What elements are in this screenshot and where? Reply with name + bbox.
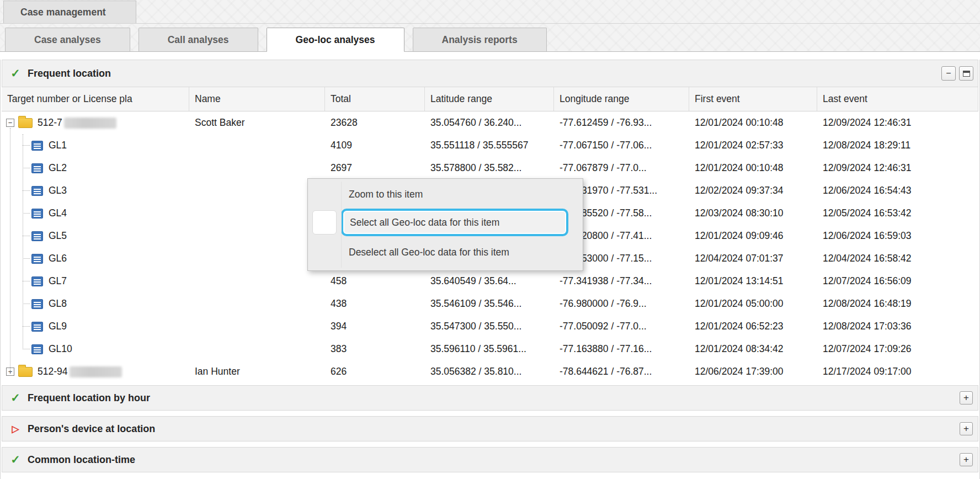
folder-icon bbox=[18, 118, 33, 128]
cell-latitude-range: 35.054760 / 36.240... bbox=[425, 111, 554, 134]
context-menu-item-label: Select all Geo-loc data for this item bbox=[350, 217, 499, 228]
tab-case-analyses[interactable]: Case analyses bbox=[5, 28, 130, 52]
cell-longitude-range: -77.067879 / -77.0... bbox=[554, 157, 689, 179]
tab-label: Call analyses bbox=[168, 34, 229, 46]
geoloc-row[interactable]: GL1 4109 35.551118 / 35.555567 -77.06715… bbox=[2, 134, 978, 157]
column-header-first-event[interactable]: First event bbox=[689, 87, 817, 111]
cell-last-event: 12/09/2024 12:46:31 bbox=[817, 111, 978, 134]
target-row[interactable]: + 512-94 Ian Hunter 626 35.056382 / 35.8… bbox=[2, 360, 978, 383]
geoloc-item-icon bbox=[31, 254, 43, 264]
section-persons-device-at-location[interactable]: Person's device at location bbox=[2, 416, 978, 441]
context-menu-item-label: Deselect all Geo-loc data for this item bbox=[349, 247, 509, 258]
geoloc-row[interactable]: GL7 458 35.640549 / 35.64... -77.341938 … bbox=[2, 270, 978, 292]
geoloc-item-label: GL2 bbox=[49, 162, 67, 174]
section-controls bbox=[960, 391, 973, 405]
top-strip: Case management Case analyses Call analy… bbox=[0, 0, 980, 52]
geoloc-row[interactable]: GL9 394 35.547300 / 35.550... -77.050092… bbox=[2, 315, 978, 338]
tab-call-analyses[interactable]: Call analyses bbox=[139, 28, 258, 52]
cell-total: 383 bbox=[325, 338, 425, 360]
restore-window-icon bbox=[963, 71, 970, 77]
section-frequent-location[interactable]: Frequent location bbox=[2, 60, 978, 87]
context-menu-item[interactable]: Deselect all Geo-loc data for this item bbox=[308, 238, 583, 266]
cell-total: 2697 bbox=[325, 157, 425, 179]
cell-total: 4109 bbox=[325, 134, 425, 157]
column-header-latitude-range[interactable]: Latitude range bbox=[425, 87, 554, 111]
cell-name bbox=[189, 179, 325, 202]
tab-analysis-reports[interactable]: Analysis reports bbox=[413, 28, 547, 52]
column-header-total[interactable]: Total bbox=[325, 87, 425, 111]
target-row[interactable]: − 512-7 Scott Baker 23628 35.054760 / 36… bbox=[2, 111, 978, 134]
cell-name bbox=[189, 202, 325, 225]
geoloc-item-label: GL7 bbox=[49, 275, 67, 287]
cell-geoloc-item: GL2 bbox=[2, 157, 189, 179]
cell-target-number: − 512-7 bbox=[2, 111, 189, 134]
geoloc-row[interactable]: GL10 383 35.596110 / 35.5961... -77.1638… bbox=[2, 338, 978, 360]
cell-geoloc-item: GL9 bbox=[2, 315, 189, 338]
cell-name bbox=[189, 225, 325, 247]
cell-longitude-range: -77.067150 / -77.06... bbox=[554, 134, 689, 157]
cell-last-event: 12/08/2024 17:03:36 bbox=[817, 315, 978, 338]
column-header-target-number[interactable]: Target number or License pla bbox=[2, 87, 189, 111]
geoloc-row[interactable]: GL2 2697 35.578800 / 35.582... -77.06787… bbox=[2, 157, 978, 179]
section-frequent-location-by-hour[interactable]: Frequent location by hour bbox=[2, 385, 978, 411]
minimize-button[interactable] bbox=[941, 66, 956, 81]
cell-latitude-range: 35.596110 / 35.5961... bbox=[425, 338, 554, 360]
geoloc-item-label: GL10 bbox=[49, 343, 72, 355]
tree-expander-button[interactable]: − bbox=[6, 119, 14, 127]
cell-name bbox=[189, 247, 325, 270]
cell-first-event: 12/01/2024 08:34:42 bbox=[689, 338, 817, 360]
cell-name bbox=[189, 270, 325, 292]
cell-name bbox=[189, 157, 325, 179]
geoloc-item-icon bbox=[31, 231, 43, 241]
geoloc-item-icon bbox=[31, 276, 43, 286]
check-icon bbox=[9, 453, 22, 466]
tab-geo-loc-analyses[interactable]: Geo-loc analyses bbox=[267, 28, 404, 52]
section-controls bbox=[960, 453, 973, 466]
geoloc-item-label: GL8 bbox=[49, 298, 67, 310]
section-common-location-time[interactable]: Common location-time bbox=[2, 447, 978, 472]
cell-latitude-range: 35.546109 / 35.546... bbox=[425, 292, 554, 315]
cell-first-event: 12/01/2024 06:52:23 bbox=[689, 315, 817, 338]
selection-highlight-box: Select all Geo-loc data for this item bbox=[341, 209, 568, 236]
cell-longitude-range: -77.050092 / -77.0... bbox=[554, 315, 689, 338]
check-icon bbox=[9, 67, 22, 80]
section-title: Person's device at location bbox=[28, 423, 155, 435]
cell-longitude-range: -77.341938 / -77.34... bbox=[554, 270, 689, 292]
cell-name bbox=[189, 338, 325, 360]
geoloc-item-icon bbox=[31, 344, 43, 354]
plus-icon bbox=[963, 424, 969, 434]
geoloc-row[interactable]: GL8 438 35.546109 / 35.546... -76.980000… bbox=[2, 292, 978, 315]
cell-first-event: 12/06/2024 17:39:00 bbox=[689, 360, 817, 383]
section-title: Common location-time bbox=[28, 454, 135, 466]
cell-first-event: 12/01/2024 09:09:46 bbox=[689, 225, 817, 247]
cell-total: 458 bbox=[325, 270, 425, 292]
cell-last-event: 12/07/2024 16:56:09 bbox=[817, 270, 978, 292]
restore-window-button[interactable] bbox=[959, 66, 973, 81]
cell-name: Scott Baker bbox=[189, 111, 325, 134]
section-title: Frequent location bbox=[28, 68, 111, 79]
column-header-name[interactable]: Name bbox=[189, 87, 325, 111]
cell-target-number: + 512-94 bbox=[2, 360, 189, 383]
context-menu-item-highlighted[interactable]: Select all Geo-loc data for this item bbox=[308, 206, 583, 238]
geoloc-item-label: GL6 bbox=[49, 253, 67, 264]
column-header-longitude-range[interactable]: Longitude range bbox=[554, 87, 689, 111]
column-header-last-event[interactable]: Last event bbox=[817, 87, 978, 111]
expand-button[interactable] bbox=[960, 422, 973, 435]
cell-first-event: 12/01/2024 05:00:00 bbox=[689, 292, 817, 315]
check-icon bbox=[9, 391, 22, 405]
geoloc-item-icon bbox=[31, 186, 43, 196]
cell-latitude-range: 35.640549 / 35.64... bbox=[425, 270, 554, 292]
cell-geoloc-item: GL1 bbox=[2, 134, 189, 157]
expand-button[interactable] bbox=[960, 453, 973, 466]
cell-name bbox=[189, 292, 325, 315]
redacted-text bbox=[64, 118, 116, 129]
tab-case-management[interactable]: Case management bbox=[3, 1, 136, 23]
cell-longitude-range: -76.980000 / -76.9... bbox=[554, 292, 689, 315]
section-controls bbox=[960, 422, 973, 435]
cell-longitude-range: -78.644621 / -76.87... bbox=[554, 360, 689, 383]
cell-name: Ian Hunter bbox=[189, 360, 325, 383]
context-menu-item[interactable]: Zoom to this item bbox=[308, 182, 583, 206]
cell-last-event: 12/07/2024 17:09:26 bbox=[817, 338, 978, 360]
tree-expander-button[interactable]: + bbox=[6, 368, 14, 376]
expand-button[interactable] bbox=[960, 391, 973, 405]
